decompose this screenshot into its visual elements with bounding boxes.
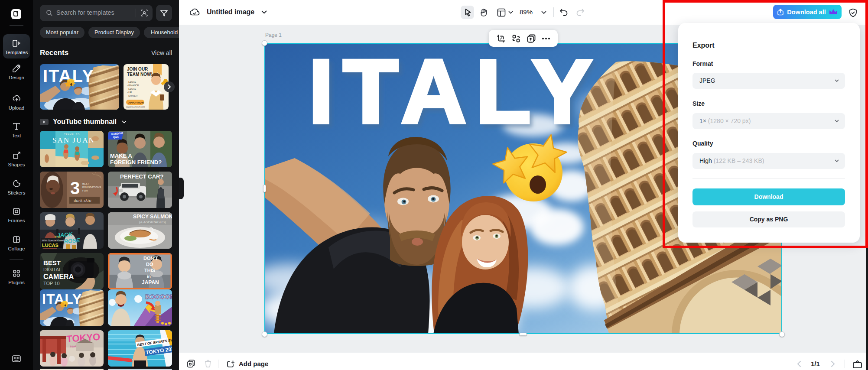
svg-text:BOOOOM: BOOOOM [145,293,172,300]
svg-text:DON'T: DON'T [143,256,158,261]
svg-text:CAMERA: CAMERA [43,273,74,280]
svg-text:3: 3 [70,179,80,198]
svg-text:- DRIVER: - DRIVER [127,94,137,97]
svg-text:JOIN OUR: JOIN OUR [127,67,148,71]
svg-text:in: in [147,274,151,279]
svg-text:TRAVEL TO: TRAVEL TO [64,133,80,136]
svg-text:THIS: THIS [144,268,155,273]
svg-text:- FINANCE: - FINANCE [127,84,139,87]
svg-text:SPICY SALMON: SPICY SALMON [133,214,172,220]
svg-text:- LEGAL: - LEGAL [127,81,136,83]
svg-text:DO: DO [146,262,153,267]
svg-text:LUCAS: LUCAS [42,243,59,248]
svg-text:FOUNDATIONS: FOUNDATIONS [82,186,101,188]
svg-text:BEST: BEST [43,259,61,266]
svg-text:TOP 10: TOP 10 [43,281,60,286]
svg-text:(& ASPARAGUS): (& ASPARAGUS) [139,220,166,224]
svg-text:MAKE A: MAKE A [110,153,132,159]
svg-text:With Special Guest: With Special Guest [42,239,64,242]
svg-text:APPLY NOW: APPLY NOW [128,101,144,104]
svg-text:ITALY: ITALY [309,43,601,142]
svg-text:DIGITAL: DIGITAL [43,267,62,272]
svg-text:SAN JUAN: SAN JUAN [52,136,95,144]
svg-text:FOR: FOR [82,189,88,192]
svg-text:THE: THE [54,235,61,239]
svg-text:- LEGAL: - LEGAL [127,88,136,90]
svg-text:TEAM NOW!: TEAM NOW! [127,72,153,77]
svg-text:BEST: BEST [82,182,89,185]
svg-text:FOREIGN FRIEND?: FOREIGN FRIEND? [110,159,162,166]
svg-text:WWW.CAPCUT.COM: WWW.CAPCUT.COM [126,106,145,108]
svg-text:- HR: - HR [127,91,132,94]
svg-text:dark skin: dark skin [74,198,91,203]
svg-text:PERFECT CAR?: PERFECT CAR? [120,173,163,180]
svg-text:JAPAN: JAPAN [142,279,159,286]
